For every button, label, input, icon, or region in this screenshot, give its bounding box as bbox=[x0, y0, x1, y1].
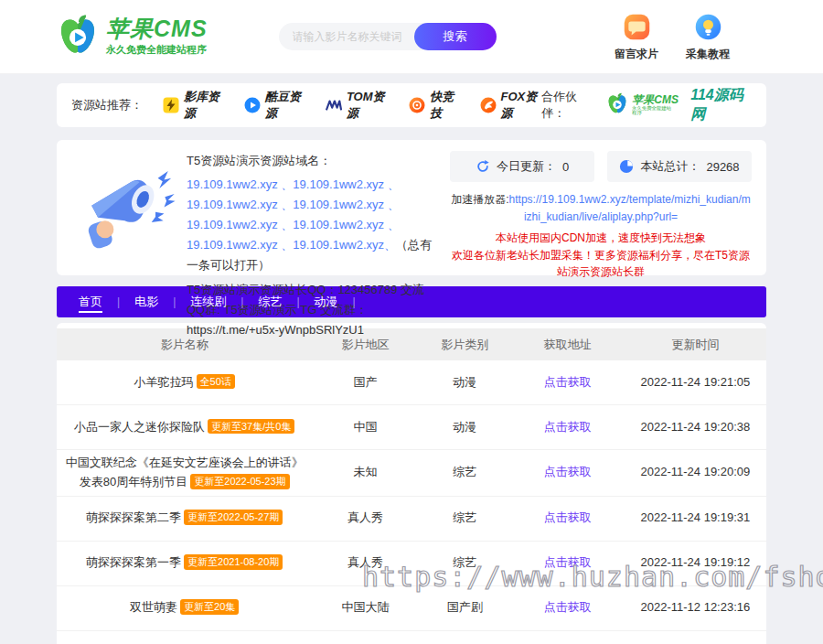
partners-label: 合作伙伴： bbox=[541, 89, 595, 122]
search-button[interactable]: 搜索 bbox=[414, 23, 497, 50]
movie-category-cell: 综艺 bbox=[419, 450, 511, 497]
ball-icon bbox=[409, 97, 425, 113]
movie-time-cell: 2022-11-24 19:19:12 bbox=[625, 541, 766, 585]
movie-action-cell: 点击获取 bbox=[511, 405, 625, 450]
stats: 今日更新：0本站总计：29268 bbox=[450, 151, 752, 182]
movie-region-cell: 未知 bbox=[312, 450, 418, 497]
recommend-label: 资源站推荐： bbox=[71, 97, 143, 113]
nav-divider: | bbox=[240, 295, 243, 308]
movie-name-cell: 双世萌妻更新至20集 bbox=[57, 585, 312, 630]
resource-site-3[interactable]: TOM资源 bbox=[326, 89, 389, 122]
nav-divider: | bbox=[173, 295, 176, 308]
quick-links: 留言求片采集教程 bbox=[615, 12, 766, 62]
apple-logo-icon bbox=[606, 92, 628, 118]
movie-name-cell: 萌探探探案第二季更新至2022-05-27期 bbox=[57, 496, 312, 541]
movie-action-cell: 点击获取 bbox=[511, 360, 625, 405]
nav-item-1[interactable]: 首页 bbox=[79, 287, 102, 317]
resource-site-name: 快竞技 bbox=[430, 89, 459, 122]
lightning-icon bbox=[163, 97, 179, 113]
recommend-sites: 影库资源酷豆资源TOM资源快竞技FOX资源 bbox=[143, 89, 541, 122]
movie-name-cell: 中国文联纪念《在延安文艺座谈会上的讲话》发表80周年特别节目更新至2022-05… bbox=[57, 450, 312, 497]
get-address-link[interactable]: 点击获取 bbox=[544, 510, 592, 524]
notice-card: T5资源站演示资源站域名： 19.109.1ww2.xyz 、19.109.1w… bbox=[57, 140, 766, 275]
episode-badge: 更新至20集 bbox=[180, 599, 239, 615]
apple-logo-icon bbox=[606, 102, 628, 117]
movie-name-cell: 蚊子海岸第二季更新至02集 bbox=[57, 630, 312, 644]
movie-category-cell: 国产剧 bbox=[419, 585, 511, 630]
episode-badge: 全50话 bbox=[197, 374, 235, 390]
header: 苹果CMS 永久免费全能建站程序 搜索 留言求片采集教程 bbox=[0, 0, 823, 74]
recommend-bar: 资源站推荐： 影库资源酷豆资源TOM资源快竞技FOX资源 合作伙伴： 苹果CMS… bbox=[57, 83, 766, 127]
movie-time-cell: 2022-11-24 19:21:05 bbox=[625, 360, 766, 405]
apple-logo-icon bbox=[57, 14, 99, 59]
resource-site-name: 酷豆资源 bbox=[265, 89, 305, 122]
partner-apple-title: 苹果CMS bbox=[632, 94, 679, 105]
pie-icon bbox=[619, 159, 634, 174]
quick-link-request-movie[interactable]: 留言求片 bbox=[615, 12, 658, 62]
movie-action-cell: 点击获取 bbox=[511, 585, 625, 630]
megaphone-icon bbox=[71, 151, 183, 264]
m-logo-icon bbox=[326, 97, 342, 113]
resource-site-name: FOX资源 bbox=[501, 89, 542, 122]
movie-table: 影片名称影片地区影片类别获取地址更新时间 小羊驼拉玛全50话国产动漫点击获取20… bbox=[57, 328, 766, 644]
table-header-cell: 获取地址 bbox=[511, 328, 625, 360]
movie-time-cell: 2022-11-24 19:20:09 bbox=[625, 450, 766, 497]
site-logo[interactable]: 苹果CMS 永久免费全能建站程序 bbox=[57, 14, 208, 59]
domains-title: T5资源站演示资源站域名： bbox=[187, 151, 435, 171]
resource-site-4[interactable]: 快竞技 bbox=[409, 89, 459, 122]
table-row: 萌探探探案第二季更新至2022-05-27期真人秀综艺点击获取2022-11-2… bbox=[57, 496, 766, 541]
nav-divider: | bbox=[117, 295, 120, 308]
stat-value: 0 bbox=[562, 160, 569, 174]
get-address-link[interactable]: 点击获取 bbox=[544, 465, 592, 478]
nav-item-3[interactable]: 连续剧 bbox=[190, 287, 226, 317]
episode-badge: 更新至2022-05-23期 bbox=[190, 474, 289, 489]
quick-link-collect-tutorial[interactable]: 采集教程 bbox=[686, 12, 730, 62]
resource-site-5[interactable]: FOX资源 bbox=[480, 89, 542, 122]
domain-links[interactable]: 19.109.1ww2.xyz 、19.109.1ww2.xyz 、19.109… bbox=[187, 177, 400, 252]
bulb-icon bbox=[693, 29, 723, 45]
apple-logo-icon bbox=[57, 43, 99, 59]
partner-114-link[interactable]: 114源码网 bbox=[690, 86, 752, 124]
table-row: 萌探探探案第一季更新至2021-08-20期真人秀综艺点击获取2022-11-2… bbox=[57, 541, 766, 585]
movie-region-cell: 国产 bbox=[312, 360, 418, 405]
nav-divider: | bbox=[353, 295, 356, 308]
player-url-link[interactable]: https://19.109.1ww2.xyz/template/mizhi_k… bbox=[509, 193, 751, 223]
movie-region-cell: 真人秀 bbox=[312, 496, 418, 541]
stat-label: 今日更新： bbox=[497, 158, 556, 175]
movie-region-cell: 中国 bbox=[312, 405, 418, 450]
movie-region-cell: 中国大陆 bbox=[312, 585, 418, 630]
table-row: 蚊子海岸第二季更新至02集美国欧美剧点击获取2022-11-12 12:23:1… bbox=[57, 630, 766, 644]
player-prefix: 加速播放器: bbox=[451, 193, 508, 206]
nav-divider: | bbox=[296, 295, 299, 308]
movie-action-cell: 点击获取 bbox=[511, 450, 625, 497]
get-address-link[interactable]: 点击获取 bbox=[544, 555, 592, 569]
player-line: 加速播放器:https://19.109.1ww2.xyz/template/m… bbox=[450, 191, 752, 225]
get-address-link[interactable]: 点击获取 bbox=[544, 375, 592, 389]
nav-item-5[interactable]: 动漫 bbox=[315, 287, 338, 317]
partner-apple-subtitle: 永久免费全能建站程序 bbox=[632, 106, 675, 116]
partners: 合作伙伴： 苹果CMS 永久免费全能建站程序 114源码网 bbox=[541, 86, 752, 124]
episode-badge: 更新至37集/共0集 bbox=[208, 419, 294, 435]
logo-title: 苹果CMS bbox=[106, 16, 208, 40]
movie-region-cell: 美国 bbox=[312, 630, 418, 644]
get-address-link[interactable]: 点击获取 bbox=[544, 420, 592, 434]
movie-action-cell: 点击获取 bbox=[511, 541, 625, 585]
domains-list: 19.109.1ww2.xyz 、19.109.1ww2.xyz 、19.109… bbox=[187, 175, 435, 275]
movie-category-cell: 动漫 bbox=[419, 360, 511, 405]
stat-value: 29268 bbox=[706, 160, 739, 174]
get-address-link[interactable]: 点击获取 bbox=[544, 600, 592, 614]
resource-site-1[interactable]: 影库资源 bbox=[163, 89, 224, 122]
resource-site-2[interactable]: 酷豆资源 bbox=[244, 89, 305, 122]
stat-label: 本站总计： bbox=[640, 158, 700, 175]
movie-name-cell: 萌探探探案第一季更新至2021-08-20期 bbox=[57, 541, 312, 585]
partner-applecms-link[interactable]: 苹果CMS 永久免费全能建站程序 bbox=[606, 92, 679, 118]
search-bar: 搜索 bbox=[279, 23, 495, 50]
warning-line-1: 本站使用国内CDN加速，速度快到无法想象 bbox=[450, 230, 752, 246]
nav-item-2[interactable]: 电影 bbox=[134, 287, 158, 317]
nav-item-4[interactable]: 综艺 bbox=[258, 287, 282, 317]
episode-badge: 更新至2021-08-20期 bbox=[184, 554, 283, 570]
movie-title: 双世萌妻 bbox=[130, 600, 177, 614]
movie-title: 小羊驼拉玛 bbox=[134, 375, 194, 389]
stat-site-total: 本站总计：29268 bbox=[607, 151, 752, 182]
movie-time-cell: 2022-11-24 19:19:31 bbox=[625, 496, 766, 541]
